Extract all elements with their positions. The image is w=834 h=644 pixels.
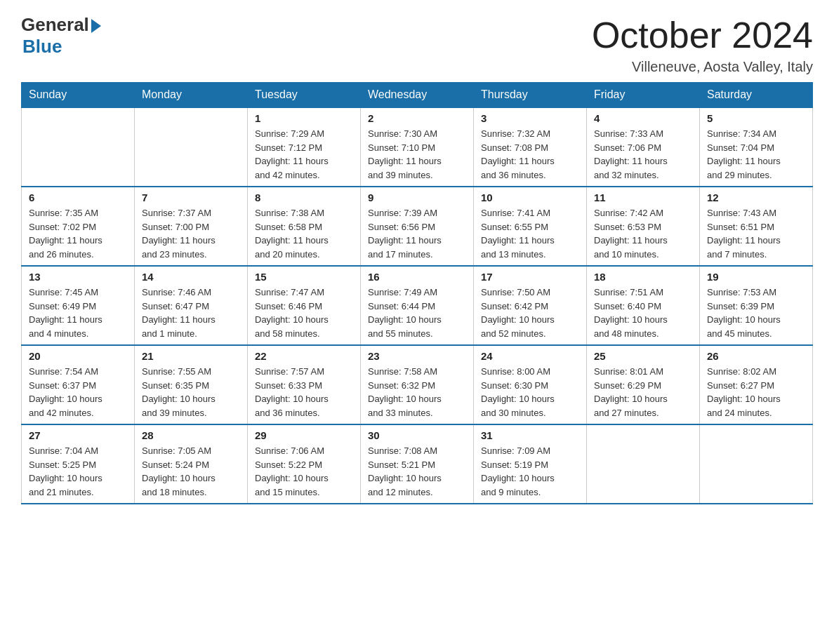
calendar-cell: 8Sunrise: 7:38 AMSunset: 6:58 PMDaylight…	[248, 187, 361, 266]
day-number: 19	[707, 271, 805, 283]
day-info: Sunrise: 7:37 AMSunset: 7:00 PMDaylight:…	[142, 206, 240, 261]
day-info: Sunrise: 7:54 AMSunset: 6:37 PMDaylight:…	[29, 365, 127, 420]
day-number: 30	[368, 429, 466, 441]
location: Villeneuve, Aosta Valley, Italy	[592, 59, 813, 75]
week-row-1: 1Sunrise: 7:29 AMSunset: 7:12 PMDaylight…	[22, 107, 813, 187]
header-monday: Monday	[135, 83, 248, 108]
day-info: Sunrise: 7:43 AMSunset: 6:51 PMDaylight:…	[707, 206, 805, 261]
calendar-cell: 30Sunrise: 7:08 AMSunset: 5:21 PMDayligh…	[361, 424, 474, 504]
day-info: Sunrise: 7:04 AMSunset: 5:25 PMDaylight:…	[29, 444, 127, 499]
day-info: Sunrise: 7:50 AMSunset: 6:42 PMDaylight:…	[481, 286, 579, 340]
day-number: 6	[29, 192, 127, 203]
day-number: 11	[594, 192, 692, 203]
calendar-cell: 1Sunrise: 7:29 AMSunset: 7:12 PMDaylight…	[248, 107, 361, 187]
day-number: 15	[255, 271, 353, 283]
day-info: Sunrise: 7:53 AMSunset: 6:39 PMDaylight:…	[707, 286, 805, 340]
day-number: 25	[594, 350, 692, 362]
day-info: Sunrise: 7:34 AMSunset: 7:04 PMDaylight:…	[707, 127, 805, 182]
day-info: Sunrise: 7:35 AMSunset: 7:02 PMDaylight:…	[29, 206, 127, 261]
calendar-cell	[22, 107, 135, 187]
day-info: Sunrise: 8:00 AMSunset: 6:30 PMDaylight:…	[481, 365, 579, 420]
week-row-3: 13Sunrise: 7:45 AMSunset: 6:49 PMDayligh…	[22, 266, 813, 345]
day-number: 14	[142, 271, 240, 283]
day-number: 5	[707, 112, 805, 124]
day-info: Sunrise: 7:09 AMSunset: 5:19 PMDaylight:…	[481, 444, 579, 499]
day-number: 12	[707, 192, 805, 203]
calendar-cell: 14Sunrise: 7:46 AMSunset: 6:47 PMDayligh…	[135, 266, 248, 345]
logo-general-text: General	[21, 14, 89, 36]
day-number: 4	[594, 112, 692, 124]
day-info: Sunrise: 7:57 AMSunset: 6:33 PMDaylight:…	[255, 365, 353, 420]
day-info: Sunrise: 7:06 AMSunset: 5:22 PMDaylight:…	[255, 444, 353, 499]
day-info: Sunrise: 7:39 AMSunset: 6:56 PMDaylight:…	[368, 206, 466, 261]
day-info: Sunrise: 7:51 AMSunset: 6:40 PMDaylight:…	[594, 286, 692, 340]
day-number: 10	[481, 192, 579, 203]
calendar-cell: 9Sunrise: 7:39 AMSunset: 6:56 PMDaylight…	[361, 187, 474, 266]
calendar-cell: 27Sunrise: 7:04 AMSunset: 5:25 PMDayligh…	[22, 424, 135, 504]
calendar-cell: 7Sunrise: 7:37 AMSunset: 7:00 PMDaylight…	[135, 187, 248, 266]
day-number: 9	[368, 192, 466, 203]
calendar-header-row: SundayMondayTuesdayWednesdayThursdayFrid…	[22, 83, 813, 108]
logo: General Blue	[21, 14, 101, 58]
day-info: Sunrise: 8:01 AMSunset: 6:29 PMDaylight:…	[594, 365, 692, 420]
calendar-cell: 22Sunrise: 7:57 AMSunset: 6:33 PMDayligh…	[248, 345, 361, 424]
day-info: Sunrise: 7:45 AMSunset: 6:49 PMDaylight:…	[29, 286, 127, 340]
day-number: 23	[368, 350, 466, 362]
logo-triangle-icon	[91, 19, 101, 33]
calendar-cell	[700, 424, 813, 504]
day-number: 8	[255, 192, 353, 203]
day-info: Sunrise: 7:42 AMSunset: 6:53 PMDaylight:…	[594, 206, 692, 261]
week-row-5: 27Sunrise: 7:04 AMSunset: 5:25 PMDayligh…	[22, 424, 813, 504]
calendar-cell: 24Sunrise: 8:00 AMSunset: 6:30 PMDayligh…	[474, 345, 587, 424]
calendar-cell: 2Sunrise: 7:30 AMSunset: 7:10 PMDaylight…	[361, 107, 474, 187]
calendar-cell: 5Sunrise: 7:34 AMSunset: 7:04 PMDaylight…	[700, 107, 813, 187]
calendar-cell: 26Sunrise: 8:02 AMSunset: 6:27 PMDayligh…	[700, 345, 813, 424]
header-thursday: Thursday	[474, 83, 587, 108]
calendar-cell: 3Sunrise: 7:32 AMSunset: 7:08 PMDaylight…	[474, 107, 587, 187]
day-number: 7	[142, 192, 240, 203]
header-tuesday: Tuesday	[248, 83, 361, 108]
calendar-cell: 12Sunrise: 7:43 AMSunset: 6:51 PMDayligh…	[700, 187, 813, 266]
calendar-cell: 23Sunrise: 7:58 AMSunset: 6:32 PMDayligh…	[361, 345, 474, 424]
calendar-cell: 13Sunrise: 7:45 AMSunset: 6:49 PMDayligh…	[22, 266, 135, 345]
day-info: Sunrise: 7:49 AMSunset: 6:44 PMDaylight:…	[368, 286, 466, 340]
day-number: 13	[29, 271, 127, 283]
calendar-cell: 6Sunrise: 7:35 AMSunset: 7:02 PMDaylight…	[22, 187, 135, 266]
day-number: 26	[707, 350, 805, 362]
logo-blue-text: Blue	[22, 36, 62, 58]
calendar-cell: 17Sunrise: 7:50 AMSunset: 6:42 PMDayligh…	[474, 266, 587, 345]
day-number: 21	[142, 350, 240, 362]
calendar-cell: 25Sunrise: 8:01 AMSunset: 6:29 PMDayligh…	[587, 345, 700, 424]
day-number: 29	[255, 429, 353, 441]
day-number: 2	[368, 112, 466, 124]
calendar-cell: 18Sunrise: 7:51 AMSunset: 6:40 PMDayligh…	[587, 266, 700, 345]
day-number: 27	[29, 429, 127, 441]
month-title: October 2024	[592, 14, 813, 56]
calendar-cell: 29Sunrise: 7:06 AMSunset: 5:22 PMDayligh…	[248, 424, 361, 504]
day-number: 3	[481, 112, 579, 124]
day-number: 16	[368, 271, 466, 283]
day-info: Sunrise: 7:38 AMSunset: 6:58 PMDaylight:…	[255, 206, 353, 261]
calendar-cell: 4Sunrise: 7:33 AMSunset: 7:06 PMDaylight…	[587, 107, 700, 187]
day-number: 18	[594, 271, 692, 283]
day-number: 31	[481, 429, 579, 441]
calendar-cell: 15Sunrise: 7:47 AMSunset: 6:46 PMDayligh…	[248, 266, 361, 345]
header-saturday: Saturday	[700, 83, 813, 108]
header-sunday: Sunday	[22, 83, 135, 108]
calendar-cell	[135, 107, 248, 187]
day-info: Sunrise: 7:47 AMSunset: 6:46 PMDaylight:…	[255, 286, 353, 340]
calendar-cell: 21Sunrise: 7:55 AMSunset: 6:35 PMDayligh…	[135, 345, 248, 424]
calendar-table: SundayMondayTuesdayWednesdayThursdayFrid…	[21, 82, 813, 504]
day-info: Sunrise: 7:58 AMSunset: 6:32 PMDaylight:…	[368, 365, 466, 420]
day-info: Sunrise: 7:29 AMSunset: 7:12 PMDaylight:…	[255, 127, 353, 182]
day-number: 22	[255, 350, 353, 362]
calendar-cell: 10Sunrise: 7:41 AMSunset: 6:55 PMDayligh…	[474, 187, 587, 266]
calendar-cell: 28Sunrise: 7:05 AMSunset: 5:24 PMDayligh…	[135, 424, 248, 504]
day-info: Sunrise: 7:46 AMSunset: 6:47 PMDaylight:…	[142, 286, 240, 340]
day-number: 17	[481, 271, 579, 283]
calendar-cell: 11Sunrise: 7:42 AMSunset: 6:53 PMDayligh…	[587, 187, 700, 266]
day-info: Sunrise: 7:55 AMSunset: 6:35 PMDaylight:…	[142, 365, 240, 420]
page-header: General Blue October 2024 Villeneuve, Ao…	[21, 14, 813, 75]
week-row-4: 20Sunrise: 7:54 AMSunset: 6:37 PMDayligh…	[22, 345, 813, 424]
header-friday: Friday	[587, 83, 700, 108]
